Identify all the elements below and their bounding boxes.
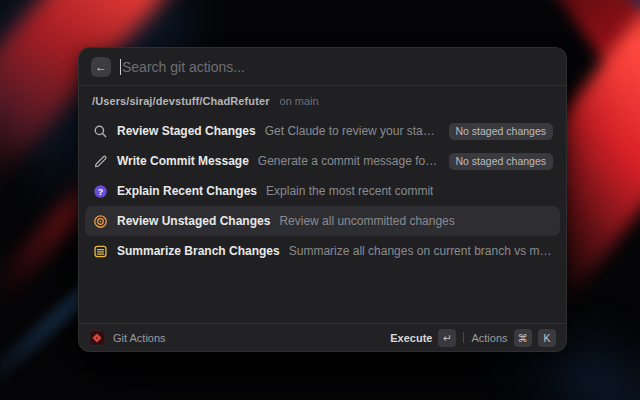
action-title: Write Commit Message [117,154,249,168]
list-item-summarize-branch[interactable]: Summarize Branch Changes Summarize all c… [85,236,560,266]
list-item-explain-recent[interactable]: ? Explain Recent Changes Explain the mos… [85,176,560,206]
action-title: Explain Recent Changes [117,184,257,198]
extension-chip: Git Actions [89,330,166,346]
status-badge: No staged changes [449,153,553,170]
action-title: Review Staged Changes [117,124,256,138]
list-item-review-staged[interactable]: Review Staged Changes Get Claude to revi… [85,116,560,146]
empty-results-area [79,266,566,323]
repo-path: /Users/siraj/devstuff/ChadRefuter [92,95,270,107]
k-key-icon: K [538,329,556,347]
action-subtitle: Review all uncommitted changes [279,214,454,228]
git-actions-app-icon [89,330,105,346]
search-input[interactable] [122,59,554,75]
list-item-review-unstaged[interactable]: Review Unstaged Changes Review all uncom… [85,206,560,236]
action-subtitle: Generate a commit message for staged cha… [258,154,440,168]
action-subtitle: Summarize all changes on current branch … [289,244,553,258]
execute-button[interactable]: Execute ↵ [390,329,456,347]
status-badge: No staged changes [449,123,553,140]
list-item-write-commit[interactable]: Write Commit Message Generate a commit m… [85,146,560,176]
execute-label: Execute [390,332,432,344]
question-circle-icon: ? [92,183,108,199]
cmd-key-icon: ⌘ [514,329,533,347]
action-list: Review Staged Changes Get Claude to revi… [79,114,566,266]
list-square-icon [92,243,108,259]
action-title: Summarize Branch Changes [117,244,280,258]
repo-branch: on main [280,95,319,107]
repo-context-row: /Users/siraj/devstuff/ChadRefuter on mai… [79,88,566,114]
back-arrow-icon: ← [95,61,107,73]
footer-divider [463,332,464,343]
target-icon [92,213,108,229]
actions-menu-button[interactable]: Actions ⌘ K [471,329,556,347]
action-subtitle: Get Claude to review your staged changes [265,124,440,138]
return-key-icon: ↵ [438,329,456,347]
extension-name: Git Actions [113,332,166,344]
search-field-wrap [120,48,554,85]
footer-bar: Git Actions Execute ↵ Actions ⌘ K [79,323,566,351]
command-palette-window: ← /Users/siraj/devstuff/ChadRefuter on m… [78,47,567,352]
magnifier-icon [92,123,108,139]
actions-label: Actions [471,332,507,344]
action-subtitle: Explain the most recent commit [266,184,433,198]
back-button[interactable]: ← [91,57,111,77]
action-title: Review Unstaged Changes [117,214,270,228]
text-caret [120,59,121,75]
footer-shortcuts: Execute ↵ Actions ⌘ K [390,329,556,347]
pencil-icon [92,153,108,169]
svg-text:?: ? [97,186,102,196]
search-bar: ← [79,48,566,86]
